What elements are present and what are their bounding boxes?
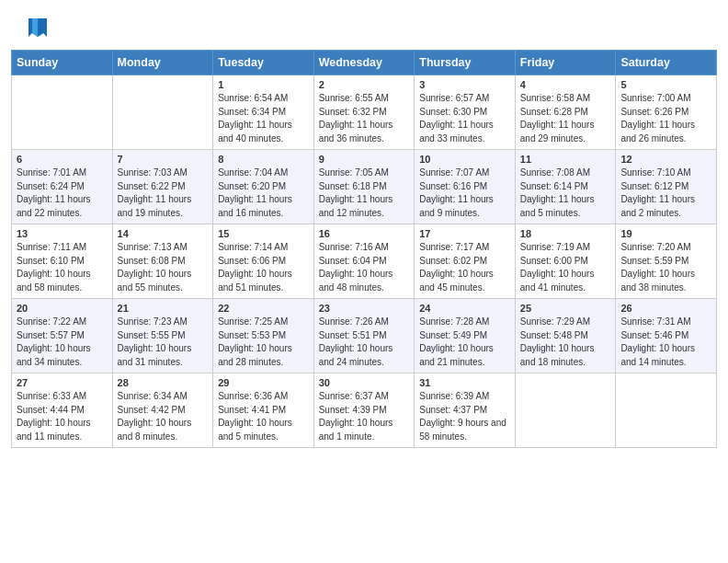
day-number: 7 — [118, 154, 209, 165]
logo-flag-icon — [25, 15, 51, 40]
week-row-5: 27Sunrise: 6:33 AM Sunset: 4:44 PM Dayli… — [12, 373, 717, 448]
day-info: Sunrise: 7:22 AM Sunset: 5:57 PM Dayligh… — [17, 316, 108, 369]
day-info: Sunrise: 6:36 AM Sunset: 4:41 PM Dayligh… — [218, 390, 309, 443]
day-number: 28 — [118, 377, 209, 388]
weekday-saturday: Saturday — [616, 51, 717, 75]
day-info: Sunrise: 7:31 AM Sunset: 5:46 PM Dayligh… — [620, 316, 711, 369]
calendar-cell: 15Sunrise: 7:14 AM Sunset: 6:06 PM Dayli… — [213, 224, 314, 299]
day-info: Sunrise: 7:17 AM Sunset: 6:02 PM Dayligh… — [419, 241, 510, 294]
day-info: Sunrise: 7:01 AM Sunset: 6:24 PM Dayligh… — [17, 167, 108, 220]
calendar-cell: 5Sunrise: 7:00 AM Sunset: 6:26 PM Daylig… — [616, 75, 717, 150]
week-row-3: 13Sunrise: 7:11 AM Sunset: 6:10 PM Dayli… — [12, 224, 717, 299]
weekday-sunday: Sunday — [12, 51, 113, 75]
day-info: Sunrise: 6:58 AM Sunset: 6:28 PM Dayligh… — [520, 92, 611, 145]
day-number: 13 — [17, 228, 108, 239]
day-number: 16 — [319, 228, 410, 239]
day-number: 18 — [520, 228, 611, 239]
calendar-cell: 24Sunrise: 7:28 AM Sunset: 5:49 PM Dayli… — [415, 299, 516, 373]
day-number: 14 — [118, 228, 209, 239]
day-info: Sunrise: 7:07 AM Sunset: 6:16 PM Dayligh… — [419, 167, 510, 220]
day-info: Sunrise: 7:04 AM Sunset: 6:20 PM Dayligh… — [218, 167, 309, 220]
day-number: 9 — [319, 154, 410, 165]
day-info: Sunrise: 7:00 AM Sunset: 6:26 PM Dayligh… — [620, 92, 711, 145]
calendar-cell: 17Sunrise: 7:17 AM Sunset: 6:02 PM Dayli… — [415, 224, 516, 299]
day-number: 20 — [17, 303, 108, 314]
calendar-cell: 4Sunrise: 6:58 AM Sunset: 6:28 PM Daylig… — [515, 75, 616, 150]
day-info: Sunrise: 7:14 AM Sunset: 6:06 PM Dayligh… — [218, 241, 309, 294]
day-info: Sunrise: 6:39 AM Sunset: 4:37 PM Dayligh… — [419, 390, 510, 443]
calendar-cell: 25Sunrise: 7:29 AM Sunset: 5:48 PM Dayli… — [515, 299, 616, 373]
calendar-cell: 16Sunrise: 7:16 AM Sunset: 6:04 PM Dayli… — [313, 224, 415, 299]
day-number: 4 — [520, 79, 611, 90]
calendar-cell: 9Sunrise: 7:05 AM Sunset: 6:18 PM Daylig… — [313, 150, 415, 224]
day-info: Sunrise: 7:16 AM Sunset: 6:04 PM Dayligh… — [319, 241, 410, 294]
calendar-cell — [616, 373, 717, 448]
calendar-cell: 29Sunrise: 6:36 AM Sunset: 4:41 PM Dayli… — [213, 373, 314, 448]
day-number: 23 — [319, 303, 410, 314]
day-number: 24 — [419, 303, 510, 314]
day-number: 22 — [218, 303, 309, 314]
day-number: 21 — [118, 303, 209, 314]
calendar-cell: 21Sunrise: 7:23 AM Sunset: 5:55 PM Dayli… — [112, 299, 213, 373]
page-header — [0, 0, 728, 50]
day-info: Sunrise: 6:37 AM Sunset: 4:39 PM Dayligh… — [319, 390, 410, 443]
day-info: Sunrise: 7:26 AM Sunset: 5:51 PM Dayligh… — [319, 316, 410, 369]
day-info: Sunrise: 7:28 AM Sunset: 5:49 PM Dayligh… — [419, 316, 510, 369]
calendar-cell: 26Sunrise: 7:31 AM Sunset: 5:46 PM Dayli… — [616, 299, 717, 373]
logo — [22, 17, 51, 42]
day-number: 3 — [419, 79, 510, 90]
calendar-cell: 7Sunrise: 7:03 AM Sunset: 6:22 PM Daylig… — [112, 150, 213, 224]
calendar-container: SundayMondayTuesdayWednesdayThursdayFrid… — [0, 50, 728, 459]
weekday-thursday: Thursday — [415, 51, 516, 75]
calendar-cell — [112, 75, 213, 150]
day-info: Sunrise: 7:25 AM Sunset: 5:53 PM Dayligh… — [218, 316, 309, 369]
calendar-cell: 14Sunrise: 7:13 AM Sunset: 6:08 PM Dayli… — [112, 224, 213, 299]
day-number: 19 — [620, 228, 711, 239]
day-info: Sunrise: 6:54 AM Sunset: 6:34 PM Dayligh… — [218, 92, 309, 145]
calendar-cell — [515, 373, 616, 448]
day-number: 30 — [319, 377, 410, 388]
day-number: 31 — [419, 377, 510, 388]
day-info: Sunrise: 7:03 AM Sunset: 6:22 PM Dayligh… — [118, 167, 209, 220]
week-row-4: 20Sunrise: 7:22 AM Sunset: 5:57 PM Dayli… — [12, 299, 717, 373]
calendar-cell: 22Sunrise: 7:25 AM Sunset: 5:53 PM Dayli… — [213, 299, 314, 373]
day-info: Sunrise: 7:08 AM Sunset: 6:14 PM Dayligh… — [520, 167, 611, 220]
day-info: Sunrise: 7:13 AM Sunset: 6:08 PM Dayligh… — [118, 241, 209, 294]
day-info: Sunrise: 7:10 AM Sunset: 6:12 PM Dayligh… — [620, 167, 711, 220]
day-number: 6 — [17, 154, 108, 165]
day-number: 15 — [218, 228, 309, 239]
day-info: Sunrise: 6:55 AM Sunset: 6:32 PM Dayligh… — [319, 92, 410, 145]
calendar-table: SundayMondayTuesdayWednesdayThursdayFrid… — [11, 50, 717, 448]
weekday-monday: Monday — [112, 51, 213, 75]
weekday-wednesday: Wednesday — [313, 51, 415, 75]
calendar-cell: 19Sunrise: 7:20 AM Sunset: 5:59 PM Dayli… — [616, 224, 717, 299]
calendar-cell: 11Sunrise: 7:08 AM Sunset: 6:14 PM Dayli… — [515, 150, 616, 224]
day-info: Sunrise: 7:05 AM Sunset: 6:18 PM Dayligh… — [319, 167, 410, 220]
calendar-cell: 28Sunrise: 6:34 AM Sunset: 4:42 PM Dayli… — [112, 373, 213, 448]
calendar-cell: 13Sunrise: 7:11 AM Sunset: 6:10 PM Dayli… — [12, 224, 113, 299]
week-row-2: 6Sunrise: 7:01 AM Sunset: 6:24 PM Daylig… — [12, 150, 717, 224]
day-number: 17 — [419, 228, 510, 239]
day-number: 5 — [620, 79, 711, 90]
day-info: Sunrise: 7:11 AM Sunset: 6:10 PM Dayligh… — [17, 241, 108, 294]
calendar-cell: 31Sunrise: 6:39 AM Sunset: 4:37 PM Dayli… — [415, 373, 516, 448]
weekday-header-row: SundayMondayTuesdayWednesdayThursdayFrid… — [12, 51, 717, 75]
calendar-cell: 18Sunrise: 7:19 AM Sunset: 6:00 PM Dayli… — [515, 224, 616, 299]
calendar-cell: 23Sunrise: 7:26 AM Sunset: 5:51 PM Dayli… — [313, 299, 415, 373]
calendar-cell: 30Sunrise: 6:37 AM Sunset: 4:39 PM Dayli… — [313, 373, 415, 448]
day-number: 12 — [620, 154, 711, 165]
calendar-cell: 10Sunrise: 7:07 AM Sunset: 6:16 PM Dayli… — [415, 150, 516, 224]
day-info: Sunrise: 7:19 AM Sunset: 6:00 PM Dayligh… — [520, 241, 611, 294]
calendar-cell: 3Sunrise: 6:57 AM Sunset: 6:30 PM Daylig… — [415, 75, 516, 150]
week-row-1: 1Sunrise: 6:54 AM Sunset: 6:34 PM Daylig… — [12, 75, 717, 150]
calendar-cell: 8Sunrise: 7:04 AM Sunset: 6:20 PM Daylig… — [213, 150, 314, 224]
day-number: 8 — [218, 154, 309, 165]
day-number: 10 — [419, 154, 510, 165]
calendar-cell: 27Sunrise: 6:33 AM Sunset: 4:44 PM Dayli… — [12, 373, 113, 448]
weekday-tuesday: Tuesday — [213, 51, 314, 75]
calendar-cell: 20Sunrise: 7:22 AM Sunset: 5:57 PM Dayli… — [12, 299, 113, 373]
day-number: 25 — [520, 303, 611, 314]
calendar-cell: 6Sunrise: 7:01 AM Sunset: 6:24 PM Daylig… — [12, 150, 113, 224]
day-info: Sunrise: 7:20 AM Sunset: 5:59 PM Dayligh… — [620, 241, 711, 294]
calendar-cell: 2Sunrise: 6:55 AM Sunset: 6:32 PM Daylig… — [313, 75, 415, 150]
